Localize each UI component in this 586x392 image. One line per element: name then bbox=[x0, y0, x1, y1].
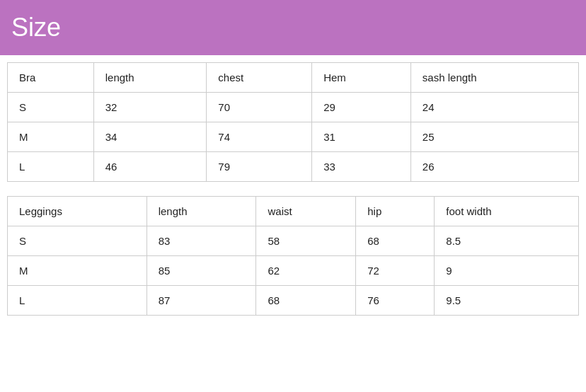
leggings-table-header-row: Leggings length waist hip foot width bbox=[8, 197, 579, 226]
table-cell: 68 bbox=[356, 226, 435, 256]
table-cell: 29 bbox=[312, 93, 411, 122]
table-cell: 68 bbox=[256, 286, 356, 316]
bra-col-length: length bbox=[93, 63, 207, 93]
table-cell: 74 bbox=[207, 122, 312, 152]
table-cell: L bbox=[8, 152, 94, 182]
table-row: S8358688.5 bbox=[8, 226, 579, 256]
table-cell: 25 bbox=[410, 122, 578, 152]
header: Size bbox=[0, 0, 586, 55]
table-cell: 26 bbox=[410, 152, 578, 182]
table-cell: 9 bbox=[435, 256, 579, 286]
table-cell: 58 bbox=[256, 226, 356, 256]
table-cell: 62 bbox=[256, 256, 356, 286]
table-row: S32702924 bbox=[8, 93, 579, 122]
table-cell: L bbox=[8, 286, 147, 316]
table-cell: S bbox=[8, 93, 94, 122]
leggings-col-leggings: Leggings bbox=[8, 197, 147, 226]
table-row: L46793326 bbox=[8, 152, 579, 182]
table-row: L8768769.5 bbox=[8, 286, 579, 316]
table-cell: 34 bbox=[93, 122, 207, 152]
leggings-col-length: length bbox=[146, 197, 256, 226]
table-cell: 70 bbox=[207, 93, 312, 122]
table-cell: 33 bbox=[312, 152, 411, 182]
table-cell: 87 bbox=[146, 286, 256, 316]
bra-table-header-row: Bra length chest Hem sash length bbox=[8, 63, 579, 93]
table-cell: 83 bbox=[146, 226, 256, 256]
leggings-col-foot-width: foot width bbox=[435, 197, 579, 226]
bra-table: Bra length chest Hem sash length S327029… bbox=[7, 62, 579, 182]
table-cell: 32 bbox=[93, 93, 207, 122]
page-title: Size bbox=[11, 13, 61, 42]
leggings-col-hip: hip bbox=[356, 197, 435, 226]
leggings-col-waist: waist bbox=[256, 197, 356, 226]
table-cell: 72 bbox=[356, 256, 435, 286]
table-cell: 46 bbox=[93, 152, 207, 182]
bra-col-chest: chest bbox=[207, 63, 312, 93]
table-cell: 9.5 bbox=[435, 286, 579, 316]
table-row: M34743125 bbox=[8, 122, 579, 152]
bra-col-hem: Hem bbox=[312, 63, 411, 93]
table-cell: 76 bbox=[356, 286, 435, 316]
bra-col-bra: Bra bbox=[8, 63, 94, 93]
table-cell: 24 bbox=[410, 93, 578, 122]
table-cell: M bbox=[8, 122, 94, 152]
table-cell: 85 bbox=[146, 256, 256, 286]
table-cell: M bbox=[8, 256, 147, 286]
table-cell: 8.5 bbox=[435, 226, 579, 256]
table-cell: 79 bbox=[207, 152, 312, 182]
table-cell: S bbox=[8, 226, 147, 256]
table-cell: 31 bbox=[312, 122, 411, 152]
bra-col-sash-length: sash length bbox=[410, 63, 578, 93]
table-row: M8562729 bbox=[8, 256, 579, 286]
leggings-table: Leggings length waist hip foot width S83… bbox=[7, 196, 579, 316]
